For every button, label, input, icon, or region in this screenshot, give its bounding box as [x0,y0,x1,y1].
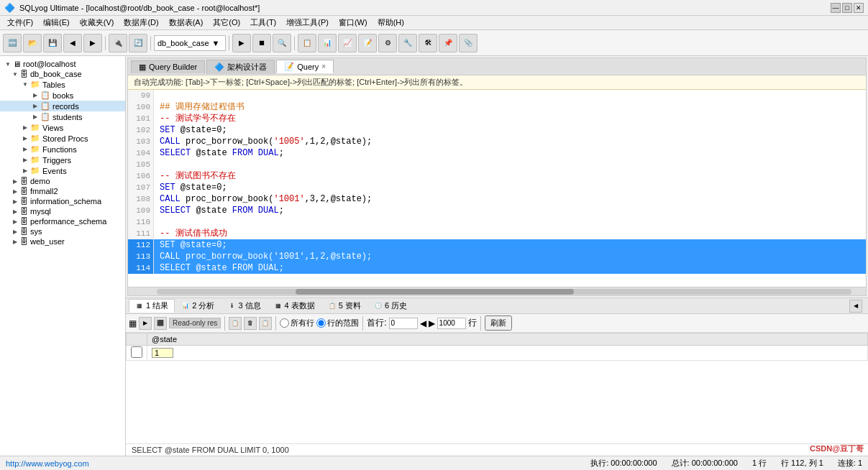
toolbar-b1[interactable]: 📋 [298,34,316,52]
line-content[interactable]: CALL proc_borrow_book('1001',3,2,@state)… [154,193,866,205]
menu-table[interactable]: 数据表(A) [165,17,208,29]
tab-schema-designer[interactable]: 🔷 架构设计器 [206,60,275,74]
events-expander[interactable]: ▶ [20,167,30,174]
result-tb-range[interactable]: 行的范围 [316,318,359,328]
toolbar-open[interactable]: 📂 [23,34,42,52]
row1-state-value[interactable]: 1 [152,348,173,358]
result-tab-5[interactable]: 📋 5 资料 [321,299,367,313]
tree-perf-schema[interactable]: ▶ 🗄 performance_schema [0,216,125,226]
tree-mysql[interactable]: ▶ 🗄 mysql [0,206,125,216]
db-selector[interactable]: db_book_case ▼ [154,35,226,51]
result-panel-collapse[interactable]: ◀ [849,300,862,313]
fmmall2-expander[interactable]: ▶ [10,188,20,195]
toolbar-b4[interactable]: 📝 [358,34,377,52]
query-tab-close[interactable]: × [321,63,326,70]
toolbar-b3[interactable]: 📈 [338,34,357,52]
line-content[interactable]: SELECT @state FROM DUAL; [154,262,866,274]
menu-other[interactable]: 其它(O) [209,17,245,29]
functions-expander[interactable]: ▶ [20,146,30,152]
sys-expander[interactable]: ▶ [10,229,20,235]
records-expander[interactable]: ▶ [30,103,40,109]
toolbar-refresh[interactable]: 🔄 [129,34,147,52]
result-tab-4[interactable]: ▦ 4 表数据 [268,299,321,313]
root-expander[interactable]: ▼ [3,61,13,68]
toolbar-stop[interactable]: ⏹ [252,34,271,52]
tables-expander[interactable]: ▼ [20,81,30,88]
all-rows-radio[interactable] [280,318,289,328]
mysql-expander[interactable]: ▶ [10,208,20,215]
tree-fmmall2[interactable]: ▶ 🗄 fmmall2 [0,186,125,196]
row-count-input[interactable] [437,318,466,329]
line-content[interactable] [154,90,866,101]
minimize-button[interactable]: — [831,3,841,13]
line-content[interactable]: CALL proc_borrow_book('1001',1,2,@state)… [154,251,866,262]
row1-state-cell[interactable]: 1 [147,346,868,361]
window-controls[interactable]: — □ ✕ [831,3,864,13]
line-content[interactable]: SET @state=0; [154,182,866,193]
db-book-case-expander[interactable]: ▼ [10,71,20,78]
toolbar-b8[interactable]: 📌 [439,34,457,52]
menu-file[interactable]: 文件(F) [3,17,37,29]
refresh-button[interactable]: 刷新 [485,315,512,331]
tree-events[interactable]: ▶ 📁 Events [0,165,125,176]
toolbar-b6[interactable]: 🔧 [398,34,417,52]
menu-window[interactable]: 窗口(W) [334,17,372,29]
toolbar-execute[interactable]: ▶ [232,34,251,52]
tree-views[interactable]: ▶ 📁 Views [0,122,125,133]
result-tb-readonly[interactable]: Read-only res [169,318,221,328]
perfschema-expander[interactable]: ▶ [10,218,20,225]
line-content[interactable]: -- 测试借书成功 [154,228,866,239]
line-content[interactable]: CALL proc_borrow_book('1005',1,2,@state)… [154,136,866,147]
maximize-button[interactable]: □ [842,3,852,13]
tree-tables[interactable]: ▼ 📁 Tables [0,79,125,90]
line-content[interactable] [154,159,866,170]
result-tb-b2[interactable]: ⬛ [154,317,167,330]
tree-db-book-case[interactable]: ▼ 🗄 db_book_case [0,69,125,79]
website-link[interactable]: http://www.webyog.com [6,459,89,468]
menu-database[interactable]: 数据库(D) [119,17,163,29]
toolbar-new[interactable]: 🆕 [3,34,22,52]
result-grid[interactable]: @state 1 [126,333,868,443]
tree-functions[interactable]: ▶ 📁 Functions [0,144,125,155]
menu-enhanced[interactable]: 增强工具(P) [282,17,333,29]
toolbar-explain[interactable]: 🔍 [273,34,291,52]
result-tab-2[interactable]: 📊 2 分析 [175,299,221,313]
menu-help[interactable]: 帮助(H) [373,17,408,29]
tree-table-books[interactable]: ▶ 📋 books [0,90,125,101]
result-tb-b5[interactable]: 📋 [259,317,272,330]
line-content[interactable]: -- 测试图书不存在 [154,170,866,182]
first-row-input[interactable] [389,318,418,329]
row1-checkbox-cell[interactable] [127,346,147,361]
toolbar-fwd[interactable]: ▶ [83,34,102,52]
menu-favorites[interactable]: 收藏夹(V) [76,17,119,29]
result-tb-b4[interactable]: 🗑 [244,317,257,330]
toolbar-b5[interactable]: ⚙ [378,34,397,52]
row1-checkbox[interactable] [131,346,142,358]
result-tab-1[interactable]: ▦ 1 结果 [129,299,175,313]
storedprocs-expander[interactable]: ▶ [20,135,30,142]
nav-next[interactable]: ▶ [429,318,435,328]
code-scrollbar[interactable] [128,287,866,295]
webuser-expander[interactable]: ▶ [10,239,20,245]
close-button[interactable]: ✕ [854,3,864,13]
views-expander[interactable]: ▶ [20,124,30,131]
range-radio[interactable] [316,318,326,328]
tree-stored-procs[interactable]: ▶ 📁 Stored Procs [0,133,125,144]
toolbar-b2[interactable]: 📊 [318,34,337,52]
line-content[interactable]: ## 调用存储过程借书 [154,101,866,113]
result-tab-3[interactable]: ℹ 3 信息 [221,299,267,313]
tree-demo[interactable]: ▶ 🗄 demo [0,176,125,186]
code-editor[interactable]: 99100## 调用存储过程借书101-- 测试学号不存在102SET @sta… [128,90,866,287]
tree-info-schema[interactable]: ▶ 🗄 information_schema [0,196,125,206]
triggers-expander[interactable]: ▶ [20,157,30,163]
result-tb-b1[interactable]: ▶ [139,317,152,330]
line-content[interactable]: SELECT @state FROM DUAL; [154,147,866,159]
line-content[interactable] [154,216,866,228]
toolbar-save[interactable]: 💾 [43,34,62,52]
result-tb-b3[interactable]: 📋 [229,317,242,330]
tree-web-user[interactable]: ▶ 🗄 web_user [0,236,125,246]
line-content[interactable]: SELECT @state FROM DUAL; [154,205,866,216]
nav-prev[interactable]: ◀ [420,318,426,328]
tree-table-records[interactable]: ▶ 📋 records [0,101,125,111]
menu-edit[interactable]: 编辑(E) [39,17,74,29]
